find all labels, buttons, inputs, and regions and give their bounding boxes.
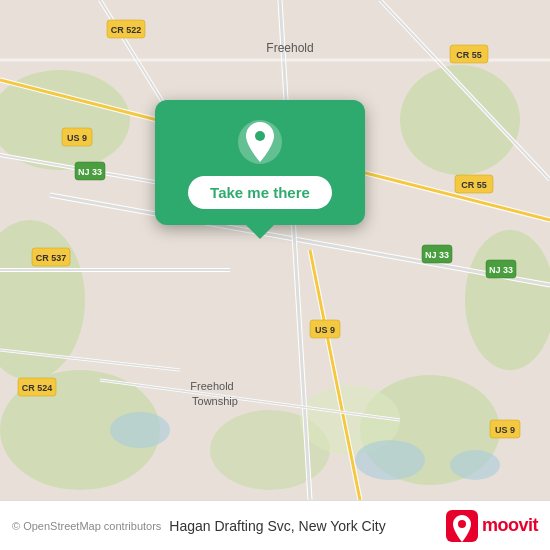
svg-text:NJ 33: NJ 33 xyxy=(489,265,513,275)
moovit-icon xyxy=(446,510,478,542)
svg-text:Freehold: Freehold xyxy=(266,41,313,55)
svg-point-9 xyxy=(110,412,170,448)
svg-point-10 xyxy=(355,440,425,480)
copyright-text: © OpenStreetMap contributors xyxy=(12,520,161,532)
svg-text:NJ 33: NJ 33 xyxy=(425,250,449,260)
svg-text:US 9: US 9 xyxy=(67,133,87,143)
svg-text:US 9: US 9 xyxy=(315,325,335,335)
map-container[interactable]: CR 522 US 9 NJ 33 CR 537 CR 524 CR 55 CR… xyxy=(0,0,550,500)
svg-text:Township: Township xyxy=(192,395,238,407)
map-background: CR 522 US 9 NJ 33 CR 537 CR 524 CR 55 CR… xyxy=(0,0,550,500)
take-me-there-button[interactable]: Take me there xyxy=(188,176,332,209)
moovit-logo: moovit xyxy=(446,510,538,542)
svg-point-4 xyxy=(400,65,520,175)
location-pin-icon xyxy=(236,118,284,166)
bottom-bar: © OpenStreetMap contributors Hagan Draft… xyxy=(0,500,550,550)
location-name: Hagan Drafting Svc, New York City xyxy=(169,518,385,534)
svg-point-59 xyxy=(255,131,265,141)
svg-text:Freehold: Freehold xyxy=(190,380,233,392)
moovit-text: moovit xyxy=(482,515,538,536)
svg-point-61 xyxy=(458,520,466,528)
svg-point-11 xyxy=(450,450,500,480)
svg-text:CR 522: CR 522 xyxy=(111,25,142,35)
svg-text:CR 537: CR 537 xyxy=(36,253,67,263)
popup-card: Take me there xyxy=(155,100,365,225)
svg-text:CR 55: CR 55 xyxy=(461,180,487,190)
svg-text:NJ 33: NJ 33 xyxy=(78,167,102,177)
svg-text:CR 524: CR 524 xyxy=(22,383,53,393)
svg-text:CR 55: CR 55 xyxy=(456,50,482,60)
svg-text:US 9: US 9 xyxy=(495,425,515,435)
